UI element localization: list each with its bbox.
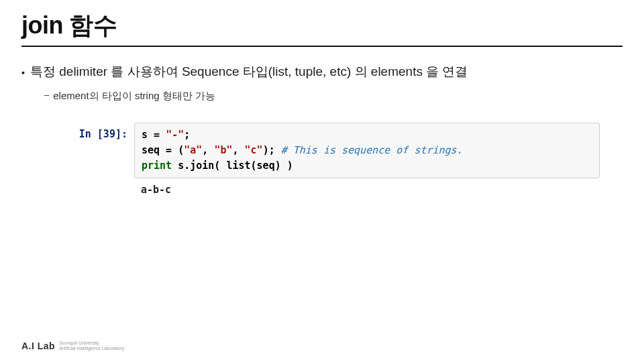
code-output-row: a-b-c [70,178,600,202]
code-string-a: "a" [184,144,202,156]
logo-sub-line2: Artificial Intelligence Laboratory [59,346,124,351]
code-var-s: s [142,129,148,141]
logo-text: A.I Lab [21,341,55,351]
code-semicolon: ; [184,129,190,141]
code-paren-close: ) [263,144,269,156]
code-eq: = [148,129,166,141]
code-output-body: a-b-c [134,178,600,202]
bullet-level-2: – element의 타입이 string 형태만 가능 [44,90,623,103]
code-string-dash: "-" [166,129,184,141]
subbullet-text: element의 타입이 string 형태만 가능 [53,90,215,103]
code-space [172,160,178,172]
code-string-c: "c" [245,144,263,156]
code-eq: = [160,144,178,156]
code-comma: , [202,144,214,156]
logo-subtext: Soongsil University Artificial Intellige… [59,341,124,351]
slide-title: join 함수 [21,12,623,39]
code-prompt: In [39]: [70,123,134,179]
code-comment: # This is sequence of strings. [281,144,463,156]
bullet-level-1: ▪ 특정 delimiter 를 사용하여 Sequence 타입(list, … [21,63,623,80]
logo-sub-line1: Soongsil University [59,341,124,346]
code-output-prompt [70,178,134,202]
title-underline [21,46,623,47]
code-keyword-print: print [142,160,172,172]
code-semicolon: ; [269,144,281,156]
bullet-text: 특정 delimiter 를 사용하여 Sequence 타입(list, tu… [30,63,468,80]
code-string-b: "b" [214,144,232,156]
code-paren-open: ( [178,144,184,156]
bullet-mark-icon: ▪ [21,63,30,78]
code-var-seq: seq [142,144,160,156]
code-comma: , [232,144,244,156]
code-example: In [39]: s = "-"; seq = ("a", "b", "c");… [70,123,600,202]
footer-logo: A.I Lab Soongsil University Artificial I… [21,341,124,351]
subbullet-mark-icon: – [44,90,53,100]
code-input-body: s = "-"; seq = ("a", "b", "c"); # This i… [134,123,600,179]
slide: join 함수 ▪ 특정 delimiter 를 사용하여 Sequence 타… [0,0,644,362]
code-expr: s.join( list(seq) ) [178,160,293,172]
code-input-row: In [39]: s = "-"; seq = ("a", "b", "c");… [70,123,600,179]
